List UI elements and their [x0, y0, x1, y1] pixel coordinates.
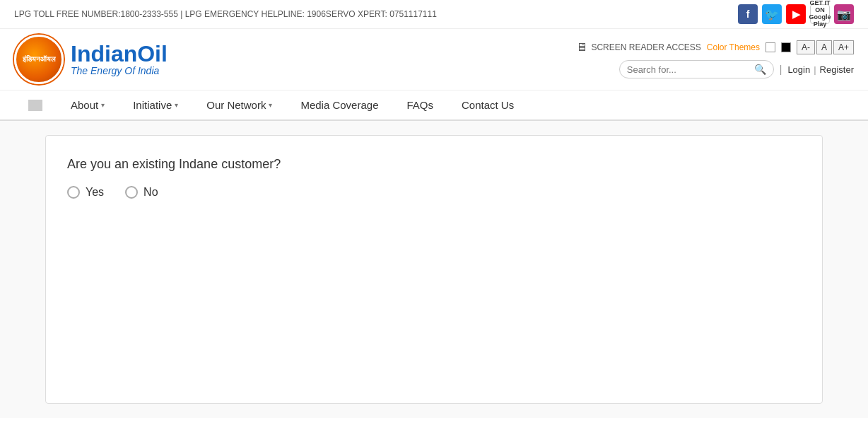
color-themes-label[interactable]: Color Themes: [707, 42, 760, 52]
brand-tagline: The Energy Of India: [71, 65, 168, 76]
radio-yes-label: Yes: [86, 186, 104, 199]
facebook-icon[interactable]: f: [738, 4, 758, 24]
theme-white[interactable]: [766, 42, 775, 52]
screen-reader-section: 🖥 SCREEN READER ACCESS: [576, 41, 700, 54]
auth-links: Login | Register: [787, 64, 854, 75]
nav-media-label: Media Coverage: [300, 99, 378, 111]
top-bar: LPG TOLL FREE NUMBER:1800-2333-555 | LPG…: [0, 0, 868, 29]
social-icons: f 🐦 ▶ GET IT ONGoogle Play 📷: [738, 4, 854, 24]
header-right: 🖥 SCREEN READER ACCESS Color Themes A- A…: [576, 40, 854, 78]
nav-initiative-label: Initiative: [133, 99, 172, 111]
nav-contact[interactable]: Contact Us: [447, 90, 528, 119]
radio-yes-circle: [67, 186, 80, 199]
network-chevron: ▾: [269, 101, 272, 109]
nav-initiative[interactable]: Initiative ▾: [119, 90, 192, 119]
nav-media[interactable]: Media Coverage: [286, 90, 392, 119]
header: इंडियनऑयल IndianOil The Energy Of India …: [0, 29, 868, 90]
nav-network-label: Our Network: [206, 99, 266, 111]
question-text: Are you an existing Indane customer?: [67, 157, 801, 172]
instagram-icon[interactable]: 📷: [834, 4, 854, 24]
logo-circle-text: इंडियनऑयल: [23, 55, 56, 64]
initiative-chevron: ▾: [175, 101, 178, 109]
radio-option-yes[interactable]: Yes: [67, 186, 104, 199]
nav-faqs-label: FAQs: [406, 99, 433, 111]
screen-reader-label[interactable]: SCREEN READER ACCESS: [591, 42, 700, 52]
search-box: 🔍: [619, 60, 774, 78]
about-chevron: ▾: [101, 101, 105, 109]
register-link[interactable]: Register: [820, 64, 854, 75]
brand-text: IndianOil The Energy Of India: [71, 42, 168, 76]
login-link[interactable]: Login: [787, 64, 810, 75]
search-button[interactable]: 🔍: [754, 64, 766, 75]
auth-sep-2: |: [814, 64, 816, 75]
main-content: Are you an existing Indane customer? Yes…: [0, 121, 868, 418]
content-card: Are you an existing Indane customer? Yes…: [45, 135, 823, 404]
brand-name-part1: Indian: [71, 41, 137, 66]
logo-circle: इंडियनऑयल: [14, 35, 64, 84]
nav-faqs[interactable]: FAQs: [392, 90, 447, 119]
logo-area: इंडियनऑयल IndianOil The Energy Of India: [14, 35, 168, 84]
nav-bar: Home About ▾ Initiative ▾ Our Network ▾ …: [0, 90, 868, 121]
nav-about-label: About: [71, 99, 98, 111]
topbar-info: LPG TOLL FREE NUMBER:1800-2333-555 | LPG…: [14, 9, 437, 19]
search-input[interactable]: [627, 64, 754, 75]
radio-group: Yes No: [67, 186, 801, 199]
radio-no-circle: [125, 186, 138, 199]
font-size-controls: A- A A+: [797, 40, 854, 54]
font-normal-button[interactable]: A: [816, 40, 832, 54]
search-auth-row: 🔍 | Login | Register: [619, 60, 854, 78]
brand-name: IndianOil: [71, 42, 168, 65]
accessibility-row: 🖥 SCREEN READER ACCESS Color Themes A- A…: [576, 40, 854, 54]
youtube-icon[interactable]: ▶: [786, 4, 806, 24]
twitter-icon[interactable]: 🐦: [762, 4, 782, 24]
nav-contact-label: Contact Us: [462, 99, 514, 111]
radio-no-label: No: [143, 186, 158, 199]
monitor-icon: 🖥: [576, 41, 587, 54]
theme-black[interactable]: [781, 42, 791, 52]
nav-network[interactable]: Our Network ▾: [192, 90, 286, 119]
radio-option-no[interactable]: No: [125, 186, 158, 199]
home-icon: [28, 100, 42, 111]
auth-sep-1: |: [780, 64, 782, 75]
font-decrease-button[interactable]: A-: [797, 40, 815, 54]
google-play-icon[interactable]: GET IT ONGoogle Play: [810, 4, 830, 24]
brand-name-part2: Oil: [137, 41, 168, 66]
nav-home[interactable]: Home: [14, 91, 57, 119]
font-increase-button[interactable]: A+: [833, 40, 854, 54]
nav-about[interactable]: About ▾: [57, 90, 119, 119]
